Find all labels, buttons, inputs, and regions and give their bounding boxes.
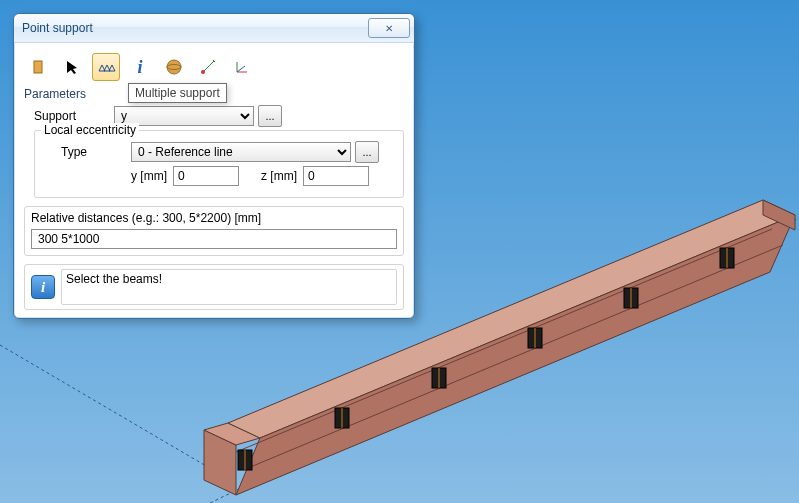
close-icon: ✕ (385, 23, 393, 34)
svg-marker-2 (204, 430, 236, 495)
svg-line-34 (237, 66, 245, 72)
axis-tool[interactable] (194, 53, 222, 81)
eccentricity-group: Local eccentricity Type 0 - Reference li… (34, 130, 404, 198)
support-marker (432, 368, 446, 388)
support-marker (238, 450, 252, 470)
title-bar: Point support ✕ (14, 14, 414, 43)
y-label: y [mm] (131, 169, 167, 183)
type-select[interactable]: 0 - Reference line (131, 142, 351, 162)
support-marker (335, 408, 349, 428)
ellipsis-icon: ... (265, 110, 274, 122)
hint-text: Select the beams! (66, 272, 162, 286)
dialog-body: i Multiple support Parameters Support y … (14, 43, 414, 318)
svg-rect-21 (34, 61, 42, 73)
svg-line-29 (213, 60, 214, 61)
svg-point-31 (201, 70, 205, 74)
svg-rect-11 (335, 408, 349, 428)
parameters-heading: Parameters (24, 87, 404, 101)
svg-rect-15 (528, 328, 542, 348)
hint-block: i Select the beams! (24, 264, 404, 310)
hint-info-icon: i (31, 275, 55, 299)
distances-input[interactable] (31, 229, 397, 249)
svg-marker-6 (763, 200, 795, 230)
distances-group: Relative distances (e.g.: 300, 5*2200) [… (24, 206, 404, 256)
pointer-tool[interactable] (58, 53, 86, 81)
svg-marker-25 (109, 65, 115, 71)
toolbar: i Multiple support (24, 53, 404, 81)
z-input[interactable] (303, 166, 369, 186)
y-input[interactable] (173, 166, 239, 186)
distances-legend: Relative distances (e.g.: 300, 5*2200) [… (31, 211, 397, 225)
single-support-tool[interactable] (24, 53, 52, 81)
svg-marker-22 (67, 61, 77, 74)
sphere-tool[interactable] (160, 53, 188, 81)
point-support-dialog: Point support ✕ i (13, 13, 415, 319)
svg-rect-17 (624, 288, 638, 308)
z-label: z [mm] (261, 169, 297, 183)
ellipsis-icon: ... (362, 146, 371, 158)
dialog-title: Point support (22, 21, 368, 35)
eccentricity-legend: Local eccentricity (41, 123, 139, 137)
support-label: Support (34, 109, 114, 123)
svg-line-0 (0, 345, 230, 480)
local-cs-tool[interactable] (228, 53, 256, 81)
svg-line-30 (214, 61, 215, 62)
info-icon: i (137, 57, 142, 78)
type-browse-button[interactable]: ... (355, 141, 379, 163)
svg-rect-9 (238, 450, 252, 470)
svg-point-26 (167, 60, 181, 74)
support-marker (720, 248, 734, 268)
support-marker (624, 288, 638, 308)
type-label: Type (61, 145, 131, 159)
support-marker (528, 328, 542, 348)
close-button[interactable]: ✕ (368, 18, 410, 38)
svg-rect-19 (720, 248, 734, 268)
svg-marker-3 (204, 423, 260, 445)
support-browse-button[interactable]: ... (258, 105, 282, 127)
info-tool[interactable]: i (126, 53, 154, 81)
svg-rect-13 (432, 368, 446, 388)
multiple-support-tool[interactable] (92, 53, 120, 81)
